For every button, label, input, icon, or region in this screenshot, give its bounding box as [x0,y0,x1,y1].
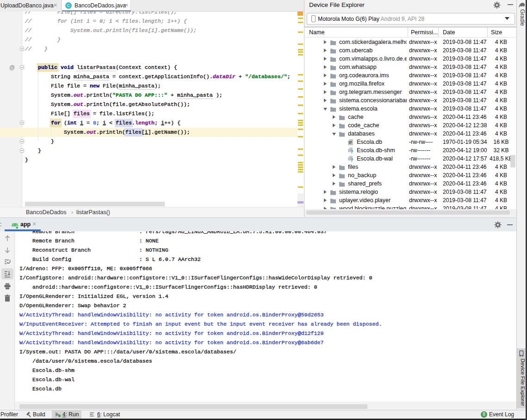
svg-text:?: ? [350,149,353,154]
svg-text:?: ? [350,157,353,162]
